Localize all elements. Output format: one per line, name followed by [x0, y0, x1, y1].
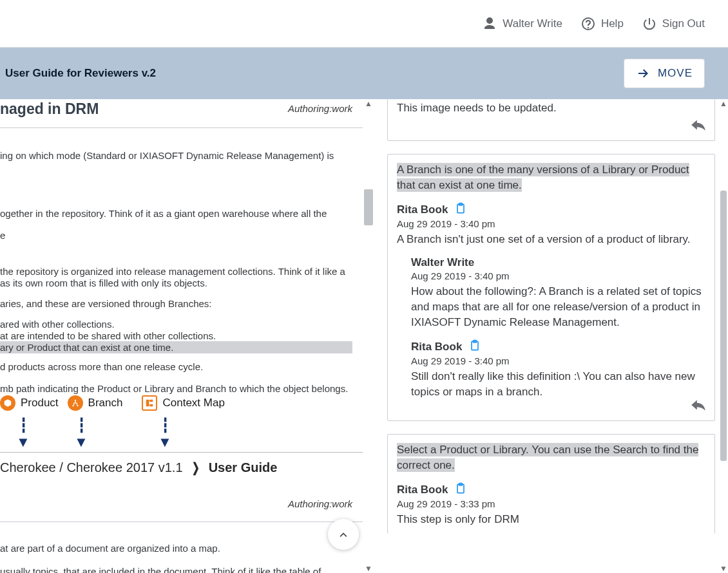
comment: Rita Book Aug 29 2019 - 3:40 pm A Branch…: [397, 202, 705, 247]
body-line: ogether in the repository. Think of it a…: [0, 207, 352, 220]
comment-date: Aug 29 2019 - 3:40 pm: [397, 218, 705, 229]
comment-body: A Branch isn't just one set of a version…: [397, 232, 705, 247]
user-icon: [482, 16, 497, 32]
breadcrumb-right: User Guide: [209, 460, 278, 474]
scroll-up-icon[interactable]: ▲: [719, 99, 728, 108]
comment-author: Rita Book: [411, 341, 462, 353]
divider: [0, 452, 363, 453]
power-icon: [642, 16, 657, 32]
breadcrumb-left: Cherokee / Cherokee 2017 v1.1: [0, 460, 183, 474]
comment-reply: Walter Write Aug 29 2019 - 3:40 pm How a…: [411, 256, 705, 330]
signout-label: Sign Out: [662, 17, 705, 30]
comment-date: Aug 29 2019 - 3:33 pm: [397, 498, 705, 509]
body-line: ared with other collections.: [0, 318, 352, 330]
body-line: at are intended to be shared with other …: [0, 330, 352, 342]
doc-title: User Guide for Reviewers v.2: [5, 67, 156, 80]
body-line: aries, and these are versioned through B…: [0, 297, 352, 310]
context-map-label: Context Map: [162, 397, 224, 409]
scroll-thumb[interactable]: [720, 191, 727, 461]
body-line: the repository is organized into release…: [0, 265, 352, 277]
body-line: at are part of a document are organized …: [0, 542, 352, 554]
dashed-arrow-icon: ┇▼: [45, 417, 116, 451]
user-badge[interactable]: Walter Write: [482, 16, 562, 32]
help-label: Help: [601, 17, 624, 30]
comment-card: This image needs to be updated.: [387, 99, 715, 141]
authoring-status-1: Authoring:work: [288, 103, 352, 114]
collapse-fab[interactable]: [328, 519, 359, 550]
move-label: MOVE: [658, 67, 693, 80]
reply-icon: [690, 117, 707, 133]
context-map-icon: [142, 395, 157, 411]
clipboard-icon[interactable]: [454, 482, 467, 497]
help-icon: [580, 16, 596, 32]
comment-date: Aug 29 2019 - 3:40 pm: [411, 355, 705, 366]
branch-icon: [68, 395, 83, 411]
signout-link[interactable]: Sign Out: [642, 16, 705, 32]
comment-reply: Rita Book Aug 29 2019 - 3:40 pm Still do…: [411, 339, 705, 400]
user-name: Walter Write: [503, 17, 562, 30]
comments-pane: This image needs to be updated. A Branch…: [382, 99, 728, 573]
comment-author: Rita Book: [397, 484, 448, 496]
authoring-status-2: Authoring:work: [288, 498, 352, 509]
document-pane[interactable]: naged in DRM Authoring:work ing on which…: [0, 99, 382, 573]
body-line: as its own room that is filled with only…: [0, 277, 352, 289]
quoted-text: A Branch is one of the many versions of …: [397, 163, 689, 192]
move-button[interactable]: MOVE: [624, 59, 705, 88]
right-scrollbar[interactable]: ▲ ▼: [719, 99, 728, 573]
dashed-arrow-icon: ┇▼: [0, 417, 45, 451]
topbar: Walter Write Help Sign Out: [0, 0, 728, 48]
chevron-right-icon: ❯: [192, 460, 200, 475]
clipboard-icon[interactable]: [468, 339, 481, 354]
branch-label: Branch: [88, 397, 123, 409]
clipboard-icon[interactable]: [454, 202, 467, 217]
chevron-up-icon: [336, 527, 350, 541]
scroll-down-icon[interactable]: ▼: [363, 564, 374, 573]
breadcrumb-sample: Cherokee / Cherokee 2017 v1.1 ❯ User Gui…: [0, 460, 277, 475]
product-label: Product: [21, 397, 59, 409]
reply-button[interactable]: [690, 117, 707, 135]
divider: [0, 521, 363, 522]
comment-date: Aug 29 2019 - 3:40 pm: [411, 270, 705, 281]
body-line: d products across more than one release …: [0, 361, 352, 373]
comment-body: Still don't really like this definition …: [411, 369, 705, 400]
comment-author: Rita Book: [397, 203, 448, 216]
product-chip: Product: [0, 395, 59, 411]
comment-body: How about the following?: A Branch is a …: [411, 284, 705, 330]
comment-body: This step is only for DRM: [397, 512, 705, 527]
dashed-arrow-icon: ┇▼: [116, 417, 213, 451]
comment-author: Walter Write: [411, 256, 474, 269]
branch-chip: Branch: [68, 395, 123, 411]
left-scrollbar[interactable]: ▲ ▼: [363, 99, 374, 573]
comment-body: This image needs to be updated.: [397, 100, 705, 116]
comment-card: Select a Product or Library. You can use…: [387, 434, 715, 534]
titlebar: User Guide for Reviewers v.2 MOVE: [0, 48, 728, 99]
body-line: ing on which mode (Standard or IXIASOFT …: [0, 149, 352, 162]
doc-heading: naged in DRM: [0, 100, 99, 118]
divider: [0, 127, 363, 128]
body-line: e: [0, 229, 352, 241]
reply-icon: [690, 397, 707, 413]
comment: Rita Book Aug 29 2019 - 3:33 pm This ste…: [397, 482, 705, 527]
dashed-arrows: ┇▼ ┇▼ ┇▼: [0, 417, 277, 451]
reply-button[interactable]: [690, 397, 707, 415]
body-line-highlight[interactable]: ary or Product that can exist at one tim…: [0, 341, 352, 353]
scroll-down-icon[interactable]: ▼: [719, 564, 728, 573]
body-line: mb path indicating the Product or Librar…: [0, 382, 352, 395]
context-map-chip: Context Map: [142, 395, 224, 411]
comment-card: A Branch is one of the many versions of …: [387, 154, 715, 421]
main-split: naged in DRM Authoring:work ing on which…: [0, 99, 728, 573]
breadcrumb-diagram: Product Branch Context Map ┇▼ ┇▼ ┇▼ Cher…: [0, 395, 277, 475]
help-link[interactable]: Help: [580, 16, 624, 32]
scroll-thumb[interactable]: [364, 189, 373, 225]
body-line: usually topics, that are included in the…: [0, 565, 352, 573]
quoted-text: Select a Product or Library. You can use…: [397, 443, 698, 472]
product-icon: [0, 395, 15, 411]
move-arrow-icon: [636, 66, 651, 81]
scroll-up-icon[interactable]: ▲: [363, 99, 374, 108]
